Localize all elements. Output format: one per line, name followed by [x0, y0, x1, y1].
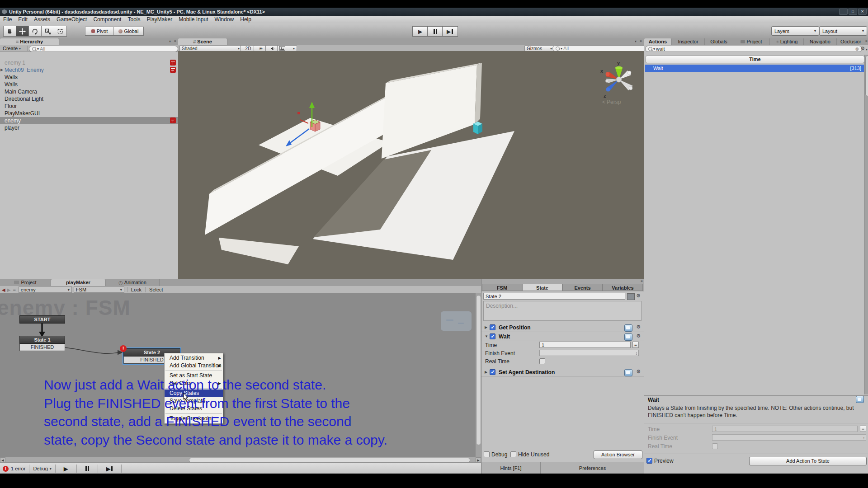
play-button[interactable]: ▶ [412, 26, 428, 37]
fsm-transition-finished[interactable]: FINISHED [19, 344, 65, 351]
action-enabled-checkbox[interactable] [490, 333, 495, 339]
menu-help[interactable]: Help [237, 16, 255, 23]
state-name-input[interactable]: State 2 [483, 293, 625, 300]
collapse-arrow-icon[interactable]: ▶ [485, 325, 487, 329]
step-button[interactable]: ▶ [442, 26, 458, 37]
debug-dropdown[interactable]: Debug▾ [33, 466, 51, 471]
menu-gameobject[interactable]: GameObject [53, 16, 90, 23]
tab-project[interactable]: Project [0, 279, 51, 286]
doc-browser-icon[interactable] [624, 333, 632, 341]
panel-menu-icon[interactable]: ≡ [174, 39, 176, 43]
tab-navigation[interactable]: Navigatio [804, 38, 837, 45]
preview-checkbox[interactable] [646, 458, 652, 464]
layout-dropdown[interactable]: Layout▾ [819, 26, 867, 36]
hierarchy-item-playmakergui[interactable]: PlayMakerGUI [0, 110, 178, 117]
minimize-button[interactable]: – [839, 9, 848, 15]
fsm-target-dropdown[interactable]: enemy▾ [19, 286, 72, 293]
gear-icon[interactable]: ⚙ [636, 333, 641, 338]
preferences-button[interactable]: Preferences [541, 462, 644, 474]
menu-playmaker[interactable]: PlayMaker [143, 16, 175, 23]
tab-variables[interactable]: Variables [603, 284, 643, 291]
persp-label[interactable]: Persp [607, 99, 621, 105]
action-result-wait[interactable]: Wait [313] [645, 65, 864, 72]
doc-browser-icon[interactable] [624, 324, 632, 332]
actions-scrollbar[interactable] [864, 55, 868, 394]
action-set-agent-destination[interactable]: ▶ Set Agent Destination ⚙ [481, 368, 644, 377]
hierarchy-item-mech09-enemy[interactable]: ▶ Mech09_Enemy [0, 66, 178, 74]
tab-hierarchy[interactable]: ≡Hierarchy [0, 38, 59, 45]
global-button[interactable]: Global [113, 27, 144, 36]
maximize-button[interactable]: □ [849, 9, 857, 15]
menu-edit[interactable]: Edit [15, 16, 31, 23]
time-input[interactable]: 1 [539, 342, 631, 348]
real-time-checkbox[interactable] [539, 358, 545, 364]
gear-icon[interactable]: ⚙ [636, 369, 641, 374]
fsm-step-button[interactable]: ▶ [102, 465, 118, 472]
gizmos-dropdown[interactable]: Gizmos▾ [524, 45, 554, 52]
scene-search-input[interactable]: ▾ All [552, 45, 647, 52]
forward-icon[interactable]: ▶ [7, 287, 11, 292]
doc-browser-icon[interactable] [624, 369, 632, 376]
tab-playmaker[interactable]: playMaker [51, 279, 106, 286]
menu-assets[interactable]: Assets [31, 16, 53, 23]
clear-search-icon[interactable]: ⊗ [855, 47, 859, 52]
tab-scene[interactable]: #Scene [178, 38, 227, 45]
tab-globals[interactable]: Globals [705, 38, 733, 45]
fsm-pause-button[interactable] [80, 466, 94, 472]
panel-menu-icon[interactable]: ≡ [640, 39, 642, 43]
back-icon[interactable]: ◀ [2, 287, 5, 292]
hierarchy-item-player[interactable]: player [0, 124, 178, 131]
scale-tool-button[interactable] [41, 26, 54, 37]
hide-unused-checkbox[interactable] [510, 451, 516, 457]
close-button[interactable]: ✕ [858, 9, 867, 15]
hierarchy-item-enemy1[interactable]: enemy 1 [0, 59, 178, 66]
fsm-play-button[interactable]: ▶ [59, 465, 73, 472]
move-tool-button[interactable] [16, 26, 29, 37]
gear-icon[interactable]: ⚙ [636, 324, 641, 329]
panel-dropdown-icon[interactable]: ▾ [635, 39, 637, 43]
menu-file[interactable]: File [0, 16, 15, 23]
enemy-cube[interactable] [473, 122, 482, 134]
menu-window[interactable]: Window [212, 16, 237, 23]
tab-animation[interactable]: ◷Animation [106, 279, 160, 286]
menu-item-add-transition[interactable]: Add Transition▶ [165, 354, 223, 362]
tab-occlusion[interactable]: Occlusior [837, 38, 865, 45]
hamburger-icon[interactable]: ≡ [13, 287, 15, 292]
action-get-position[interactable]: ▶ Get Position ⚙ [481, 324, 644, 332]
state-description-input[interactable]: Description... [483, 301, 642, 321]
error-count[interactable]: 1 error [11, 466, 25, 471]
hierarchy-item-directional-light[interactable]: Directional Light [0, 95, 178, 103]
tab-actions[interactable]: Actions [644, 38, 672, 45]
action-wait[interactable]: ▼ Wait ⚙ [481, 333, 644, 341]
hierarchy-search-input[interactable]: ▾ All [29, 46, 178, 52]
fsm-node-start[interactable]: START [19, 315, 65, 324]
panel-dropdown-icon[interactable]: ▾ [169, 39, 171, 43]
tab-fsm[interactable]: FSM [482, 284, 522, 291]
action-browser-button[interactable]: Action Browser [594, 450, 642, 459]
collapse-arrow-icon[interactable]: ▶ [485, 370, 487, 374]
state-color-swatch[interactable] [627, 293, 635, 300]
hierarchy-item-walls[interactable]: Walls [0, 74, 178, 81]
fsm-selector-dropdown[interactable]: FSM▾ [74, 286, 124, 293]
debug-checkbox[interactable] [484, 451, 490, 457]
action-enabled-checkbox[interactable] [490, 369, 495, 375]
pause-button[interactable] [427, 26, 443, 37]
shading-mode-dropdown[interactable]: Shaded▾ [179, 45, 242, 52]
variable-toggle-button[interactable]: = [632, 342, 639, 348]
panel-menu-icon[interactable]: ≡ [641, 279, 643, 283]
expand-arrow-icon[interactable]: ▶ [0, 66, 3, 74]
create-button[interactable]: Create▾ [1, 46, 28, 51]
scene-viewport[interactable]: y x z < Persp [178, 51, 644, 279]
tab-lighting[interactable]: ☀Lighting [770, 38, 804, 45]
effects-dropdown-button[interactable]: ▾ [277, 45, 297, 52]
rotate-tool-button[interactable] [28, 26, 42, 37]
menu-component[interactable]: Component [90, 16, 124, 23]
add-action-to-state-button[interactable]: Add Action To State [749, 457, 867, 465]
doc-browser-icon[interactable] [856, 396, 864, 403]
gear-icon[interactable]: ⚙ [636, 293, 641, 298]
action-enabled-checkbox[interactable] [490, 324, 495, 330]
layers-dropdown[interactable]: Layers▾ [771, 26, 819, 36]
tab-project[interactable]: Project [733, 38, 770, 45]
select-button[interactable]: Select [146, 287, 167, 292]
tab-state[interactable]: State [522, 284, 562, 291]
